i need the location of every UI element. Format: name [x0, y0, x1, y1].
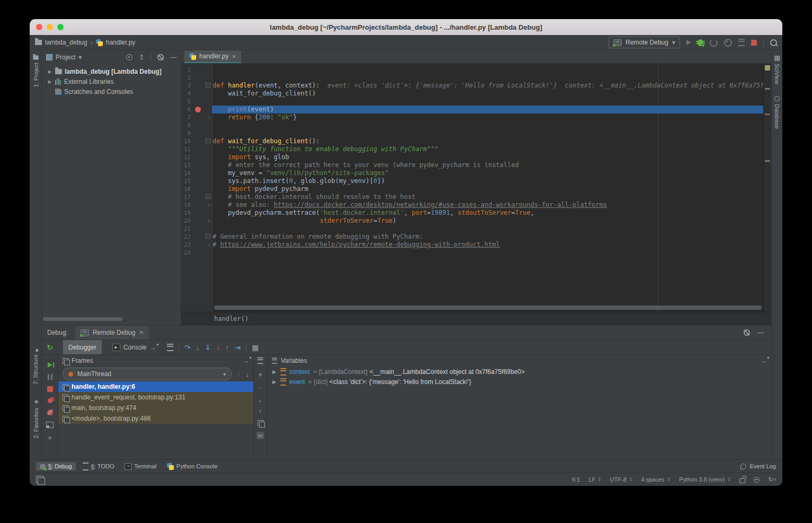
hide-debug-panel-icon[interactable]: — [757, 329, 764, 336]
minimize-window-button[interactable] [47, 24, 53, 30]
code-line-6[interactable]: 6 print(event) [181, 106, 764, 114]
project-panel-title[interactable]: Project [56, 54, 75, 61]
expand-arrow-icon[interactable]: ▶ [272, 369, 277, 374]
indent-widget[interactable]: 4 spaces⇕ [641, 476, 671, 483]
fold-open-icon[interactable]: − [206, 83, 210, 88]
code-line-16[interactable]: 16 import pydevd_pycharm [181, 185, 764, 193]
frame-row[interactable]: handler, handler.py:6 [58, 381, 253, 392]
close-window-button[interactable] [36, 24, 42, 30]
gear-icon[interactable] [157, 54, 164, 60]
code-line-9[interactable]: 9 [181, 129, 764, 137]
add-watch-icon[interactable]: + [258, 370, 262, 379]
tool-stripe-structure[interactable]: 7: Structure [32, 346, 39, 385]
caret-position[interactable]: 6:1 [572, 476, 580, 483]
project-hscrollbar[interactable] [43, 317, 122, 321]
force-step-into-icon[interactable]: ↓ [216, 344, 220, 351]
move-watch-down-icon[interactable]: ▼ [258, 409, 263, 414]
code-line-1[interactable]: 1 [181, 66, 764, 74]
tool-stripe-database[interactable]: Database [774, 96, 780, 129]
code-line-24[interactable]: 24 [181, 249, 764, 257]
frame-row[interactable]: handle_event_request, bootstrap.py:131 [58, 392, 253, 403]
code-line-19[interactable]: 19 pydevd_pycharm.settrace('host.docker.… [181, 209, 764, 217]
code-line-8[interactable]: 8 [181, 121, 764, 129]
code-line-21[interactable]: 21 [181, 225, 764, 233]
breadcrumb-function[interactable]: handler() [214, 315, 249, 322]
code-line-12[interactable]: 12 import sys, glob [181, 153, 764, 161]
focus-frames-icon[interactable]: → [243, 357, 249, 364]
code-line-15[interactable]: 15 sys.path.insert(0, glob.glob(my_venv)… [181, 177, 764, 185]
toolwindow-tab-debug[interactable]: 5: Debug [36, 462, 76, 470]
layout-settings-icon[interactable] [167, 344, 173, 351]
interpreter-widget[interactable]: Python 3.8 (venv)⇕ [679, 476, 731, 483]
line-separator-widget[interactable]: LF⇕ [588, 476, 601, 483]
run-config-selector[interactable]: Remote Debug ▾ [608, 37, 680, 48]
fold-open-icon[interactable]: − [206, 194, 210, 199]
rerun-icon[interactable]: ↻ [42, 343, 58, 352]
code-line-5[interactable]: 5 [181, 98, 764, 106]
mute-breakpoints-icon[interactable] [47, 409, 53, 415]
close-session-icon[interactable]: ✕ [139, 330, 143, 335]
thread-selector[interactable]: MainThread ▾ [63, 368, 232, 380]
move-watch-up-icon[interactable]: ▲ [258, 398, 263, 403]
run-button[interactable] [686, 40, 691, 45]
smart-step-into-icon[interactable]: ⇓ [205, 344, 211, 351]
code-line-17[interactable]: 17− # host.docker.internal should resolv… [181, 193, 764, 201]
tool-stripe-project[interactable]: 1: Project [32, 55, 39, 87]
previous-frame-icon[interactable]: ↑ [237, 370, 241, 378]
search-everywhere-icon[interactable] [770, 39, 777, 46]
breadcrumb-file[interactable]: handler.py [106, 39, 135, 46]
view-breakpoints-icon[interactable] [48, 398, 52, 403]
tab-console[interactable]: ▶ Console → [107, 340, 162, 354]
code-line-10[interactable]: 10−def wait_for_debug_client(): [181, 137, 764, 145]
chevron-down-icon[interactable]: ▾ [78, 54, 82, 60]
code-line-20[interactable]: 20⌂ stderrToServer=True) [181, 217, 764, 225]
fold-end-icon[interactable]: ⌂ [208, 115, 210, 120]
event-log-label[interactable]: Event Log [749, 463, 776, 469]
zoom-window-button[interactable] [57, 24, 64, 30]
show-watches-icon[interactable]: ∞ [257, 432, 264, 439]
code-line-22[interactable]: 22−# General information on remote debug… [181, 233, 764, 241]
view-as-table-icon[interactable]: ▦ [252, 344, 259, 351]
toggle-tool-window-bars-icon[interactable] [36, 476, 43, 483]
tool-stripe-favorites[interactable]: 2: Favorites ★ [32, 398, 39, 438]
fold-end-icon[interactable]: ⌂ [208, 202, 210, 207]
code-line-11[interactable]: 11 """Utility function to enable debuggi… [181, 145, 764, 153]
gear-icon[interactable] [744, 329, 750, 336]
focus-variables-icon[interactable]: → [761, 357, 767, 364]
hide-panel-icon[interactable]: — [170, 54, 176, 60]
frame-row[interactable]: <module>, bootstrap.py:486 [58, 413, 253, 424]
stop-button[interactable] [751, 40, 757, 46]
variable-row[interactable]: ▶event = {dict} <class 'dict'>: {'messag… [267, 377, 771, 387]
code-line-23[interactable]: 23⌂# https://www.jetbrains.com/help/pych… [181, 241, 764, 249]
breadcrumb-project[interactable]: lambda_debug [45, 39, 87, 46]
variable-row[interactable]: ▶context = {LambdaContext} <__main__.Lam… [267, 367, 771, 377]
run-with-button[interactable] [738, 39, 745, 46]
code-line-18[interactable]: 18⌂ # see also: https://docs.docker.com/… [181, 201, 764, 209]
code-line-14[interactable]: 14 my_venv = "venv/lib/python*/site-pack… [181, 169, 764, 177]
frames-options-icon[interactable] [258, 358, 263, 364]
code-editor[interactable]: 123−def handler(event, context): event: … [181, 64, 771, 312]
code-line-2[interactable]: 2 [181, 74, 764, 82]
expand-arrow-icon[interactable]: ▶ [272, 379, 277, 385]
coverage-button[interactable] [724, 39, 732, 47]
toolwindow-tab-python-console[interactable]: Python Console [163, 462, 222, 471]
breakpoint-icon[interactable] [195, 107, 201, 112]
toolwindow-tab-todo[interactable]: 6: TODO [79, 461, 118, 472]
warning-mark[interactable] [765, 160, 770, 162]
encoding-widget[interactable]: UTF-8⇕ [610, 476, 633, 483]
stop-process-icon[interactable] [47, 386, 53, 392]
code-line-7[interactable]: 7⌂ return {200: "ok"} [181, 114, 764, 121]
event-log-icon[interactable] [740, 464, 746, 469]
more-actions-icon[interactable]: » [48, 434, 52, 441]
remove-watch-icon[interactable]: − [258, 385, 262, 392]
step-into-icon[interactable]: ↓ [196, 344, 199, 351]
tab-debugger[interactable]: Debugger [63, 340, 102, 354]
debug-button[interactable] [698, 39, 703, 46]
locate-file-icon[interactable] [126, 54, 133, 60]
step-over-icon[interactable]: ↷ [184, 344, 191, 351]
expand-arrow-icon[interactable]: ▶ [47, 69, 52, 74]
focus-on-output-icon[interactable]: → [150, 344, 156, 351]
project-tree-item[interactable]: ▶External Libraries [42, 76, 181, 86]
highlighting-level-icon[interactable] [754, 477, 760, 483]
project-tree-item[interactable]: Scratches and Consoles [42, 86, 181, 97]
